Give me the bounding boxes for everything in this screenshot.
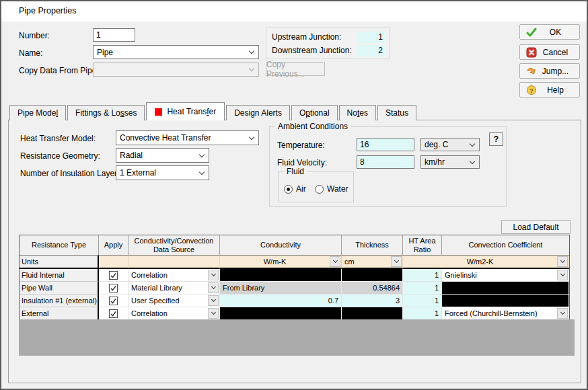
ambient-conditions-title: Ambient Conditions: [275, 122, 351, 131]
chevron-down-icon: [250, 69, 258, 71]
tab-status[interactable]: Status: [377, 105, 416, 120]
units-convection-cell[interactable]: W/m2-K: [403, 256, 569, 269]
chevron-down-icon[interactable]: [557, 256, 568, 267]
chevron-down-icon[interactable]: [208, 270, 219, 280]
number-label: Number:: [19, 31, 50, 40]
downstream-junction-value: 2: [358, 45, 385, 56]
apply-checkbox-pipe-wall[interactable]: [99, 282, 128, 295]
chevron-down-icon[interactable]: [250, 51, 258, 53]
upstream-junction-row: Upstream Junction: 1: [272, 31, 385, 43]
jump-button[interactable]: Jump...: [519, 63, 580, 79]
chevron-down-icon[interactable]: [208, 308, 219, 319]
thickness-cell: 0.54864: [342, 282, 403, 295]
chevron-down-icon[interactable]: [200, 155, 209, 157]
conductivity-cell[interactable]: 0.7: [220, 295, 342, 307]
radio-unselected-icon[interactable]: [315, 185, 324, 194]
column-header-resistance-type: Resistance Type: [20, 235, 99, 256]
copy-previous-button: Copy Previous...: [266, 62, 325, 76]
downstream-junction-label: Downstream Junction:: [272, 46, 352, 55]
conductivity-unit: W/m-K: [220, 258, 330, 266]
temperature-unit-combo[interactable]: deg. C: [420, 138, 480, 151]
name-combo-value: Pipe: [97, 48, 113, 57]
chevron-down-icon[interactable]: [208, 295, 219, 306]
data-source-cell[interactable]: Correlation: [128, 269, 220, 282]
tab-fittings-losses[interactable]: Fittings & Losses: [67, 105, 145, 120]
ok-button[interactable]: OK: [519, 24, 580, 40]
title-bar[interactable]: Pipe Properties: [1, 1, 587, 22]
ambient-help-button[interactable]: ?: [489, 132, 503, 146]
fluid-group-title: Fluid: [284, 167, 307, 176]
check-icon: [526, 27, 537, 38]
ht-area-ratio-cell[interactable]: 1: [403, 269, 442, 282]
checkbox-checked-icon[interactable]: [109, 309, 118, 318]
checkbox-checked-icon[interactable]: [109, 271, 118, 280]
heat-transfer-model-label: Heat Transfer Model:: [20, 134, 96, 143]
checkbox-checked-icon[interactable]: [109, 284, 118, 292]
units-conductivity-cell[interactable]: W/m-K: [220, 256, 342, 269]
chevron-down-icon[interactable]: [470, 144, 479, 146]
units-thickness-cell[interactable]: cm: [342, 256, 403, 269]
downstream-junction-row: Downstream Junction: 2: [272, 44, 385, 56]
radio-selected-icon[interactable]: [284, 185, 293, 194]
chevron-down-icon[interactable]: [208, 282, 219, 293]
ht-area-ratio-cell[interactable]: 1: [403, 282, 442, 295]
chevron-down-icon[interactable]: [557, 308, 568, 319]
apply-checkbox-fluid-internal[interactable]: [99, 269, 128, 282]
row-label-insulation-1: Insulation #1 (external): [20, 295, 99, 307]
fluid-velocity-label: Fluid Velocity:: [277, 158, 327, 167]
help-button[interactable]: ? Help: [519, 82, 580, 98]
ok-button-label: OK: [537, 28, 579, 37]
resistance-geometry-combo[interactable]: Radial: [116, 148, 209, 163]
tab-notes[interactable]: Notes: [339, 105, 376, 120]
insulation-layers-label: Number of Insulation Layers:: [20, 169, 123, 178]
ht-area-ratio-cell[interactable]: 1: [403, 307, 442, 320]
data-source-cell[interactable]: User Specified: [128, 295, 220, 307]
velocity-unit-combo[interactable]: km/hr: [420, 155, 480, 169]
thickness-cell[interactable]: 3: [342, 295, 403, 307]
cancel-button-label: Cancel: [537, 48, 579, 57]
help-icon: ?: [526, 85, 537, 95]
convection-coefficient-cell-na: [442, 295, 569, 307]
insulation-layers-combo[interactable]: 1 External: [116, 165, 209, 180]
thickness-cell-na: [342, 307, 403, 320]
ht-area-ratio-cell[interactable]: 1: [403, 295, 442, 307]
name-combo[interactable]: Pipe: [93, 45, 259, 59]
column-header-data-source: Conductivity/Convection Data Source: [128, 235, 220, 256]
heat-transfer-model-combo[interactable]: Convective Heat Transfer: [116, 130, 259, 145]
apply-checkbox-insulation-1[interactable]: [99, 295, 128, 307]
fluid-velocity-input[interactable]: [357, 155, 414, 169]
temperature-input[interactable]: [357, 138, 414, 151]
column-header-apply: Apply: [99, 235, 128, 256]
thickness-cell-na: [342, 269, 403, 282]
help-button-label: Help: [537, 85, 579, 95]
table-empty-area: [19, 319, 575, 356]
apply-checkbox-external[interactable]: [99, 307, 128, 320]
fluid-radio-water[interactable]: Water: [315, 184, 348, 194]
chevron-down-icon[interactable]: [557, 270, 568, 280]
convection-coefficient-cell-na: [442, 282, 569, 295]
convection-coefficient-cell[interactable]: Forced (Churchill-Bernstein): [442, 307, 569, 320]
chevron-down-icon[interactable]: [330, 256, 340, 267]
row-label-pipe-wall: Pipe Wall: [20, 282, 99, 295]
data-source-cell[interactable]: Material Library: [128, 282, 220, 295]
row-label-fluid-internal: Fluid Internal: [20, 269, 99, 282]
chevron-down-icon[interactable]: [250, 137, 258, 139]
tab-pipe-model[interactable]: Pipe Model: [9, 105, 66, 120]
data-source-cell[interactable]: Correlation: [128, 307, 220, 320]
load-default-button[interactable]: Load Default: [501, 220, 571, 234]
tab-heat-transfer[interactable]: Heat Transfer: [146, 102, 225, 120]
number-input[interactable]: [93, 28, 135, 42]
tab-optional[interactable]: Optional: [291, 105, 338, 120]
checkbox-checked-icon[interactable]: [109, 297, 118, 305]
jump-arrow-icon: [526, 66, 537, 77]
conductivity-cell-na: [220, 269, 342, 282]
cancel-button[interactable]: Cancel: [519, 44, 580, 60]
chevron-down-icon[interactable]: [470, 161, 479, 163]
chevron-down-icon[interactable]: [391, 256, 402, 267]
convection-coefficient-cell[interactable]: Gnielinski: [442, 269, 569, 282]
resistance-table: Resistance Type Apply Conductivity/Conve…: [19, 235, 570, 321]
chevron-down-icon[interactable]: [200, 172, 209, 174]
fluid-radio-air[interactable]: Air: [284, 184, 306, 194]
units-apply-cell: [99, 256, 128, 269]
tab-design-alerts[interactable]: Design Alerts: [226, 105, 290, 120]
